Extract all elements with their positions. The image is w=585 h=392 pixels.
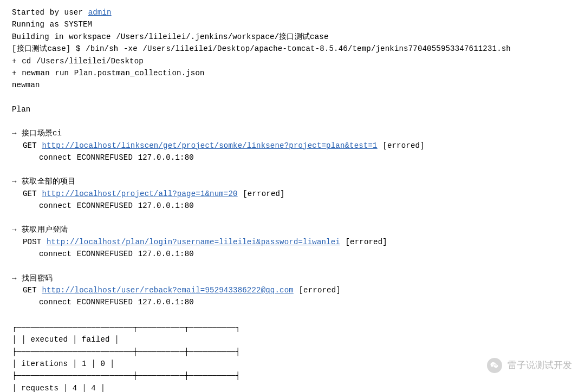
test-cases: → 接口场景ciGET http://localhost/linkscen/ge… bbox=[12, 127, 585, 321]
request-url-link[interactable]: http://localhost/plan/login?username=lil… bbox=[47, 238, 340, 246]
test-case-name: → 接口场景ci bbox=[12, 127, 585, 139]
request-status: [errored] bbox=[378, 141, 425, 150]
blank-line bbox=[12, 309, 585, 321]
blank-line bbox=[12, 212, 585, 224]
log-newman-run: + newman run Plan.postman_collection.jso… bbox=[12, 67, 585, 79]
watermark: 雷子说测试开发 bbox=[487, 358, 572, 373]
test-request-line: GET http://localhost/linkscen/get/projec… bbox=[12, 140, 585, 152]
test-case-name: → 找回密码 bbox=[12, 272, 585, 284]
http-method: POST bbox=[23, 238, 47, 246]
test-case-name: → 获取全部的项目 bbox=[12, 175, 585, 187]
request-url-link[interactable]: http://localhost/linkscen/get/project/so… bbox=[42, 141, 377, 150]
result-table: ┌─────────────────────────┬──────────┬──… bbox=[12, 322, 585, 392]
request-status: [errored] bbox=[294, 286, 341, 295]
log-running-as: Running as SYSTEM bbox=[12, 18, 585, 30]
watermark-text: 雷子说测试开发 bbox=[508, 358, 572, 373]
error-line: connect ECONNREFUSED 127.0.0.1:80 bbox=[12, 200, 585, 212]
request-url-link[interactable]: http://localhost/project/all?page=1&num=… bbox=[42, 190, 237, 198]
error-line: connect ECONNREFUSED 127.0.0.1:80 bbox=[12, 248, 585, 260]
table-row: │ requests │ 4 │ 4 │ bbox=[12, 382, 585, 392]
http-method: GET bbox=[23, 141, 42, 150]
error-line: connect ECONNREFUSED 127.0.0.1:80 bbox=[12, 296, 585, 308]
request-status: [errored] bbox=[238, 190, 285, 198]
log-plan: Plan bbox=[12, 103, 585, 115]
user-link[interactable]: admin bbox=[88, 8, 112, 17]
started-text: Started by user bbox=[12, 8, 88, 17]
blank-line bbox=[12, 164, 585, 175]
wechat-icon bbox=[487, 358, 502, 373]
log-newman: newman bbox=[12, 79, 585, 91]
http-method: GET bbox=[23, 286, 42, 295]
table-header: │ │ executed │ failed │ bbox=[12, 334, 585, 345]
test-request-line: GET http://localhost/user/reback?email=9… bbox=[12, 284, 585, 296]
log-started-by: Started by user admin bbox=[12, 6, 585, 18]
blank-line bbox=[12, 92, 585, 103]
error-line: connect ECONNREFUSED 127.0.0.1:80 bbox=[12, 152, 585, 164]
blank-line bbox=[12, 115, 585, 127]
table-border-top: ┌─────────────────────────┬──────────┬──… bbox=[12, 322, 585, 334]
blank-line bbox=[12, 260, 585, 272]
request-status: [errored] bbox=[340, 238, 387, 246]
log-cd: + cd /Users/lileilei/Desktop bbox=[12, 55, 585, 67]
test-case-name: → 获取用户登陆 bbox=[12, 224, 585, 236]
table-sep: ├─────────────────────────┼──────────┼──… bbox=[12, 346, 585, 358]
test-request-line: POST http://localhost/plan/login?usernam… bbox=[12, 236, 585, 248]
log-workspace: Building in workspace /Users/lileilei/.j… bbox=[12, 31, 585, 43]
request-url-link[interactable]: http://localhost/user/reback?email=95294… bbox=[42, 286, 293, 295]
log-shell-cmd: [接口测试case] $ /bin/sh -xe /Users/lileilei… bbox=[12, 43, 585, 55]
http-method: GET bbox=[23, 190, 42, 198]
test-request-line: GET http://localhost/project/all?page=1&… bbox=[12, 188, 585, 200]
